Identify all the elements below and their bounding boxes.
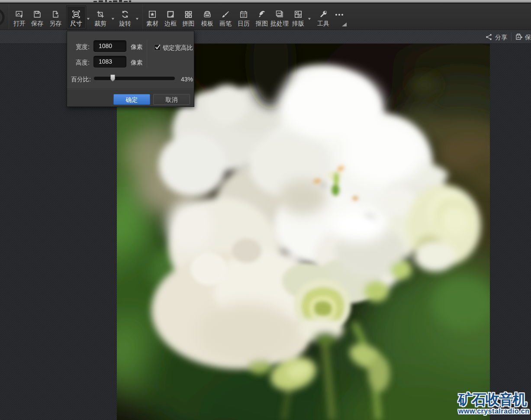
svg-text:12: 12 — [242, 14, 245, 17]
